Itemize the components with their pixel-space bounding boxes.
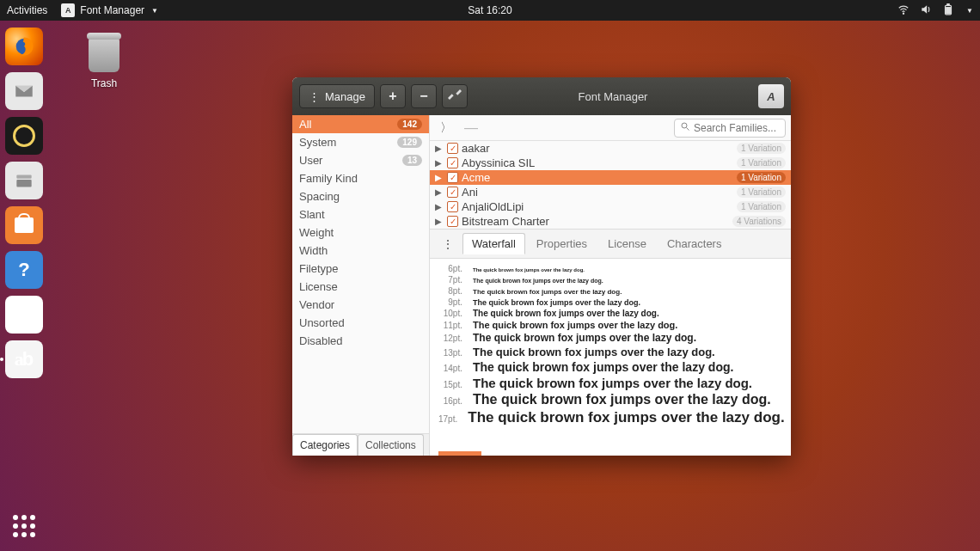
- svg-rect-6: [16, 180, 31, 187]
- launcher-files[interactable]: [5, 162, 43, 199]
- family-item[interactable]: ▶✓Abyssinica SIL1 Variation: [430, 156, 791, 170]
- svg-point-7: [682, 123, 687, 128]
- category-item[interactable]: Width: [292, 242, 429, 260]
- search-icon: [680, 121, 690, 134]
- window-title: Font Manager: [473, 90, 753, 103]
- app-menu[interactable]: A Font Manager ▼: [61, 3, 158, 17]
- app-menu-icon: A: [61, 3, 75, 17]
- plus-icon: +: [389, 89, 396, 104]
- launcher-music[interactable]: [5, 117, 43, 155]
- category-count-badge: 142: [397, 119, 422, 130]
- disclosure-triangle-icon: ▶: [435, 202, 444, 211]
- category-item[interactable]: Filetype: [292, 260, 429, 278]
- category-item[interactable]: Unsorted: [292, 314, 429, 332]
- category-item[interactable]: License: [292, 278, 429, 296]
- category-item[interactable]: Spacing: [292, 187, 429, 205]
- launcher-font-manager[interactable]: ab: [5, 340, 43, 378]
- family-item[interactable]: ▶✓Ani1 Variation: [430, 185, 791, 199]
- waterfall-sample: The quick brown fox jumps over the lazy …: [473, 332, 696, 344]
- launcher-help[interactable]: ?: [5, 251, 43, 289]
- variation-badge: 1 Variation: [737, 157, 786, 168]
- waterfall-point-size: 10pt.: [438, 309, 462, 318]
- family-item[interactable]: ▶✓AnjaliOldLipi1 Variation: [430, 199, 791, 214]
- menu-icon: ⋮: [309, 90, 320, 103]
- category-label: Vendor: [299, 298, 334, 311]
- activities-button[interactable]: Activities: [7, 4, 47, 16]
- waterfall-preview: 6pt.The quick brown fox jumps over the l…: [430, 259, 791, 456]
- family-checkbox[interactable]: ✓: [447, 172, 458, 183]
- desktop-icon-trash[interactable]: Trash: [74, 34, 134, 89]
- preview-tabs: ⋮ Waterfall Properties License Character…: [430, 229, 791, 259]
- family-item[interactable]: ▶✓Bitstream Charter4 Variations: [430, 214, 791, 229]
- launcher-mail[interactable]: [5, 72, 43, 110]
- waterfall-row: 8pt.The quick brown fox jumps over the l…: [438, 286, 782, 296]
- family-checkbox[interactable]: ✓: [447, 201, 458, 212]
- wifi-icon[interactable]: [897, 3, 910, 18]
- tab-categories[interactable]: Categories: [292, 434, 358, 456]
- category-item[interactable]: Weight: [292, 223, 429, 242]
- settings-button[interactable]: [442, 84, 468, 108]
- search-input[interactable]: [694, 122, 791, 134]
- clock[interactable]: Sat 16:20: [468, 4, 511, 16]
- family-name: Ani: [462, 186, 733, 199]
- search-families[interactable]: [674, 119, 786, 138]
- waterfall-point-size: 8pt.: [438, 286, 462, 296]
- category-item[interactable]: User13: [292, 151, 429, 169]
- category-item[interactable]: Family Kind: [292, 169, 429, 187]
- category-item[interactable]: All142: [292, 115, 429, 133]
- tab-characters[interactable]: Characters: [658, 233, 732, 254]
- chevron-right-icon: 〉: [440, 120, 452, 134]
- family-toolbar: 〉 —: [430, 115, 791, 141]
- system-menu-caret-icon[interactable]: ▼: [966, 7, 973, 15]
- desktop-icon-label: Trash: [74, 77, 134, 89]
- volume-icon[interactable]: [920, 3, 932, 18]
- launcher-firefox[interactable]: [5, 28, 43, 65]
- family-checkbox[interactable]: ✓: [447, 216, 458, 227]
- launcher-software[interactable]: [5, 206, 43, 244]
- remove-button[interactable]: −: [411, 84, 437, 108]
- disclosure-triangle-icon: ▶: [435, 173, 444, 182]
- category-item[interactable]: Slant: [292, 205, 429, 223]
- family-checkbox[interactable]: ✓: [447, 187, 458, 198]
- category-item[interactable]: System129: [292, 133, 429, 151]
- category-item[interactable]: Disabled: [292, 332, 429, 350]
- back-button[interactable]: 〉: [435, 120, 457, 136]
- titlebar[interactable]: ⋮ Manage + − Font Manager A: [292, 77, 791, 115]
- category-label: Filetype: [299, 262, 339, 275]
- waterfall-point-size: 6pt.: [438, 264, 462, 273]
- preview-menu-button[interactable]: ⋮: [435, 237, 461, 251]
- category-item[interactable]: Vendor: [292, 296, 429, 314]
- font-manager-window: ⋮ Manage + − Font Manager A All142System…: [292, 77, 791, 456]
- waterfall-sample: The quick brown fox jumps over the lazy …: [473, 376, 752, 390]
- manage-button[interactable]: ⋮ Manage: [299, 84, 375, 108]
- family-item[interactable]: ▶✓aakar1 Variation: [430, 141, 791, 156]
- family-item[interactable]: ▶✓Acme1 Variation: [430, 170, 791, 185]
- disclosure-triangle-icon: ▶: [435, 217, 444, 226]
- category-label: Weight: [299, 226, 334, 239]
- waterfall-point-size: 16pt.: [438, 396, 462, 406]
- battery-icon[interactable]: [942, 3, 954, 18]
- category-label: Unsorted: [299, 316, 345, 329]
- family-checkbox[interactable]: ✓: [447, 157, 458, 168]
- waterfall-sample: The quick brown fox jumps over the lazy …: [473, 288, 622, 296]
- tab-license[interactable]: License: [598, 233, 656, 254]
- waterfall-row: 14pt.The quick brown fox jumps over the …: [438, 360, 782, 374]
- about-button[interactable]: A: [758, 84, 784, 108]
- waterfall-row: 16pt.The quick brown fox jumps over the …: [438, 392, 782, 407]
- waterfall-row: 10pt.The quick brown fox jumps over the …: [438, 309, 782, 318]
- main-area: 〉 — ▶✓aakar1 Variation▶✓Abyssinica SIL1 …: [430, 115, 791, 456]
- add-button[interactable]: +: [380, 84, 406, 108]
- family-list: ▶✓aakar1 Variation▶✓Abyssinica SIL1 Vari…: [430, 141, 791, 229]
- family-name: Acme: [462, 171, 733, 184]
- family-checkbox[interactable]: ✓: [447, 143, 458, 154]
- show-applications-button[interactable]: [13, 515, 35, 537]
- category-count-badge: 13: [402, 155, 422, 166]
- waterfall-row: 6pt.The quick brown fox jumps over the l…: [438, 264, 782, 273]
- family-name: Bitstream Charter: [462, 215, 729, 228]
- waterfall-sample: The quick brown fox jumps over the lazy …: [473, 309, 659, 318]
- tab-collections[interactable]: Collections: [358, 434, 424, 456]
- launcher-amazon[interactable]: a: [5, 296, 43, 334]
- tab-properties[interactable]: Properties: [527, 233, 597, 254]
- tab-waterfall[interactable]: Waterfall: [462, 233, 525, 254]
- font-icon: A: [767, 90, 775, 103]
